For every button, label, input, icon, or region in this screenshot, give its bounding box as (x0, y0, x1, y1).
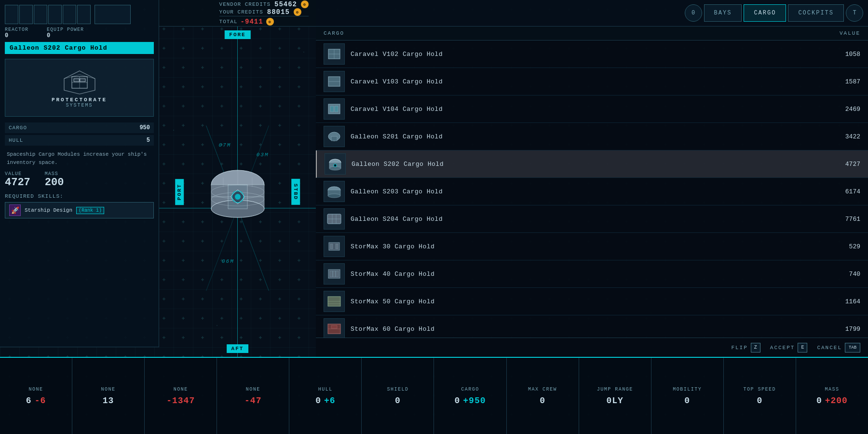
cargo-thumb-10 (324, 318, 345, 339)
cargo-name-10: StorMax 60 Cargo Hold (351, 326, 831, 333)
value-val: 4727 (5, 176, 30, 189)
svg-rect-62 (331, 326, 337, 328)
cargo-name-4: Galleon S202 Cargo Hold (352, 161, 831, 168)
cargo-thumb-1 (324, 71, 345, 92)
stat-label-mass: MASS (825, 387, 839, 392)
bottom-bar: NONE 6 -6 NONE 13 NONE -1347 NONE -47 (0, 357, 868, 434)
stat-cargo-plus950: +950 (463, 396, 486, 406)
cargo-thumb-7 (324, 236, 345, 257)
cargo-item-4[interactable]: Galleon S202 Cargo Hold 4727 (316, 150, 868, 178)
cargo-item-9[interactable]: StorMax 50 Cargo Hold 1164 (316, 288, 868, 315)
tab-cockpits-btn[interactable]: COCKPITS (788, 4, 844, 22)
stat-topspeed-0: 0 (757, 396, 762, 406)
cargo-item-3[interactable]: Galleon S201 Cargo Hold 3422 (316, 123, 868, 150)
stat-col-none2: NONE 13 (72, 358, 145, 434)
cargo-item-5[interactable]: Galleon S203 Cargo Hold 6174 (316, 178, 868, 205)
cargo-thumb-6 (324, 208, 345, 230)
item-description: Spaceship Cargo Modules increase your sh… (5, 150, 154, 166)
brand-sub: SYSTEMS (66, 103, 93, 108)
stbd-label: STBD (291, 178, 300, 204)
skill-badge: 🚀 Starship Design (Rank 1) (5, 202, 154, 218)
accept-label: ACCEPT (770, 345, 795, 351)
cargo-thumb-8 (324, 263, 345, 285)
accept-action[interactable]: ACCEPT E (770, 343, 808, 353)
col-value-label: VALUE (840, 30, 860, 36)
ship-3d-container (190, 144, 286, 240)
cargo-thumb-5 (324, 181, 345, 202)
reactor-row: REACTOR 0 EQUIP POWER 0 (5, 27, 154, 39)
equip-power-val: 0 (47, 32, 51, 39)
stat-vals-none2: 13 (103, 396, 114, 406)
cargo-item-8[interactable]: StorMax 40 Cargo Hold 740 (316, 260, 868, 288)
starship-design-icon: 🚀 (9, 204, 21, 216)
cancel-action[interactable]: CANCEL TAB (817, 343, 860, 353)
stat-mass-0: 0 (816, 396, 822, 406)
tab-bays-btn[interactable]: BAYS (704, 4, 742, 22)
stat-label-cargo-bot: CARGO (461, 387, 479, 392)
stat-val-neg6: -6 (35, 396, 46, 406)
stat-label-shield: SHIELD (387, 387, 408, 392)
svg-rect-54 (330, 271, 333, 277)
stat-vals-hull: 0 +6 (315, 396, 335, 406)
cargo-thumb-9 (324, 291, 345, 312)
credits-bar: VENDOR CREDITS 55462 ⊙ YOUR CREDITS 8801… (159, 0, 316, 27)
cargo-thumb-2 (324, 98, 345, 120)
stats-section: CARGO 950 HULL 5 (5, 122, 154, 146)
cancel-key[interactable]: TAB (845, 343, 860, 353)
cargo-item-7[interactable]: StorMax 30 Cargo Hold 529 (316, 233, 868, 260)
stat-mass-plus200: +200 (825, 396, 848, 406)
col-cargo-label: CARGO (324, 30, 344, 36)
accept-key[interactable]: E (798, 343, 807, 353)
cargo-thumb-4 (325, 153, 346, 175)
cargo-name-2: Caravel V104 Cargo Hold (351, 106, 831, 113)
stat-col-topspeed: TOP SPEED 0 (724, 358, 796, 434)
flip-action[interactable]: FLIP Z (731, 343, 760, 353)
credits-section: VENDOR CREDITS 55462 ⊙ YOUR CREDITS 8801… (219, 0, 309, 26)
cargo-list-header: CARGO VALUE (316, 27, 868, 41)
cargo-panel[interactable]: CARGO VALUE Caravel V102 Cargo Hold 1058… (316, 27, 868, 357)
skill-name: Starship Design (25, 207, 72, 213)
bottom-stats-container: NONE 6 -6 NONE 13 NONE -1347 NONE -47 (0, 358, 868, 434)
skill-rank: (Rank 1) (76, 207, 104, 214)
total-credits-row: TOTAL -9411 ⊙ (219, 16, 309, 26)
stat-vals-cargo: 0 +950 (454, 396, 486, 406)
stat-vals-none1: 6 -6 (26, 396, 46, 406)
your-credit-icon: ⊙ (294, 8, 301, 16)
equip-power-label: EQUIP POWER (47, 27, 84, 32)
cargo-value-0: 1058 (831, 51, 860, 58)
reactor-val: 0 (5, 32, 9, 39)
tab-bar: 0 BAYS CARGO COCKPITS T (316, 0, 868, 27)
cargo-item-6[interactable]: Galleon S204 Cargo Hold 7761 (316, 205, 868, 233)
brand-logo-svg (60, 68, 99, 97)
cargo-name-0: Caravel V102 Cargo Hold (351, 51, 831, 58)
svg-rect-9 (74, 79, 79, 81)
tab-zero-btn[interactable]: 0 (685, 4, 702, 22)
stat-label-maxcrew: MAX CREW (528, 387, 557, 392)
brand-name: PROTECTORATE (52, 97, 107, 103)
tab-cargo-btn[interactable]: CARGO (744, 4, 786, 22)
item-title: Galleon S202 Cargo Hold (5, 42, 154, 54)
stat-label-jumprange: JUMP RANGE (597, 387, 633, 392)
cargo-item-2[interactable]: Caravel V104 Cargo Hold 2469 (316, 95, 868, 123)
stat-cargo-val: 950 (139, 124, 150, 131)
stat-col-hull: HULL 0 +6 (289, 358, 362, 434)
stat-vals-topspeed: 0 (757, 396, 762, 406)
svg-point-42 (334, 164, 337, 167)
cargo-thumb-0 (324, 43, 345, 65)
stat-col-none1: NONE 6 -6 (0, 358, 72, 434)
cargo-item-0[interactable]: Caravel V102 Cargo Hold 1058 (316, 41, 868, 68)
stat-label-none2: NONE (101, 387, 116, 392)
svg-rect-34 (328, 104, 340, 114)
svg-rect-55 (336, 271, 339, 277)
svg-rect-10 (80, 79, 85, 81)
power-slot-1 (5, 5, 18, 24)
flip-key[interactable]: Z (751, 343, 760, 353)
cargo-item-1[interactable]: Caravel V103 Cargo Hold 1587 (316, 68, 868, 95)
axis-label-06m: 06M (222, 258, 234, 264)
port-label: PORT (175, 178, 184, 204)
stat-col-shield: SHIELD 0 (362, 358, 434, 434)
vendor-credit-icon: ⊙ (301, 0, 309, 8)
cargo-value-4: 4727 (831, 161, 860, 168)
power-slot-2 (19, 5, 33, 24)
tab-t-btn[interactable]: T (846, 4, 863, 22)
